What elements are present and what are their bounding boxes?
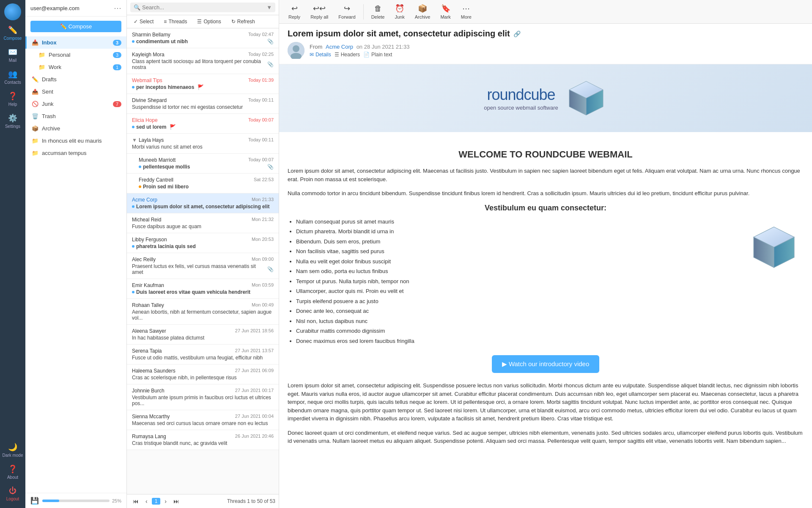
headers-icon: ☰ (335, 52, 339, 58)
email-list-item[interactable]: Webmail Tips Today 01:39 per inceptos hi… (127, 74, 279, 94)
sidebar-item-help[interactable]: ❓ Help (0, 88, 25, 110)
personal-badge: 3 (113, 52, 121, 58)
email-list-item[interactable]: Alec Reilly Mon 09:00 Praesent luctus ex… (127, 253, 279, 279)
email-list-item[interactable]: Sharmin Bellamy Today 02:47 condimentum … (127, 28, 279, 48)
folder-item-junk[interactable]: 🚫 Junk 7 (25, 98, 126, 110)
email-list-item[interactable]: Micheal Reid Mon 21:32 Fusce dapibus aug… (127, 213, 279, 233)
sidebar-item-contacts[interactable]: 👥 Contacts (0, 66, 25, 88)
archive-button[interactable]: 📦 Archive (411, 2, 435, 21)
mark-button[interactable]: 🔖 Mark (436, 2, 455, 21)
email-sender: Emir Kaufman (132, 282, 164, 288)
sidebar-item-about[interactable]: ❓ About (0, 461, 25, 483)
options-button[interactable]: ☰ Options (193, 17, 225, 26)
email-subject-text: Vestibulum ante ipsum primis in faucibus… (132, 395, 274, 406)
email-item-header: Divine Shepard Today 00:11 (132, 97, 274, 103)
email-list-item[interactable]: Haleema Saunders 27 Jun 2021 06:09 Cras … (127, 364, 279, 384)
folder-icon: 📁 (38, 52, 45, 58)
plaintext-tag[interactable]: 📄 Plain text (363, 52, 392, 58)
filter-icon[interactable]: ▼ (266, 4, 272, 11)
email-list-item[interactable]: Divine Shepard Today 00:11 Suspendisse i… (127, 94, 279, 114)
email-time: 27 Jun 2021 18:56 (235, 328, 274, 334)
email-item-header: Sharmin Bellamy Today 02:47 (132, 32, 274, 38)
search-input[interactable] (142, 4, 265, 11)
email-list-item[interactable]: Rohaan Talley Mon 00:49 Aenean lobortis,… (127, 299, 279, 325)
list-item: Bibendum. Duis sem eros, pretium (296, 237, 736, 246)
folder-item-archive[interactable]: 📦 Archive (25, 122, 126, 135)
folder-item-trash[interactable]: 🗑️ Trash (25, 110, 126, 122)
folder-item-drafts[interactable]: ✏️ Drafts (25, 73, 126, 86)
reply-button[interactable]: ↩ Reply (284, 2, 304, 21)
thread-collapse-icon[interactable]: ▼ (132, 137, 137, 143)
welcome-title: WELCOME TO ROUNDCUBE WEBMAIL (288, 149, 804, 160)
watch-video-button[interactable]: ▶ Watch our introductory video (492, 355, 600, 373)
email-item-header: Kayleigh Mora Today 02:25 (132, 52, 274, 58)
threads-icon: ≡ (164, 19, 167, 25)
sidebar-item-logout[interactable]: ⏻ Logout (0, 483, 25, 505)
email-list-item[interactable]: Emir Kaufman Mon 03:59 Duis laoreet eros… (127, 279, 279, 299)
email-item-header: Rumaysa Lang 26 Jun 2021 20:46 (132, 433, 274, 439)
email-list-item[interactable]: Kayleigh Mora Today 02:25 Class aptent t… (127, 48, 279, 74)
vestibulum-list: Nullam consequat purus sit amet maurisDi… (288, 218, 736, 347)
sidebar-item-darkmode[interactable]: 🌙 Dark mode (0, 439, 25, 461)
email-list-item[interactable]: Aleena Sawyer 27 Jun 2021 18:56 In hac h… (127, 325, 279, 345)
list-item: Donec ante leo, consequat ac (296, 307, 736, 315)
from-name[interactable]: Acme Corp (326, 44, 353, 50)
reply-all-icon: ↩↩ (313, 4, 326, 13)
body-para-2: Nulla commodo tortor in arcu tincidunt b… (288, 189, 804, 198)
email-subject: Aenean lobortis, nibh at fermentum conse… (132, 309, 274, 321)
compose-button[interactable]: ✏️ Compose (30, 21, 121, 32)
email-subject: Fusce dapibus augue ac quam (132, 224, 274, 229)
threads-button[interactable]: ≡ Threads (159, 17, 191, 26)
email-subject-text: Cras ac scelerisque nibh, in pellentesqu… (132, 375, 236, 381)
play-icon: ▶ (502, 360, 507, 367)
folder-item-sent[interactable]: 📤 Sent (25, 86, 126, 98)
unread-dot (132, 205, 134, 208)
reply-all-button[interactable]: ↩↩ Reply all (306, 2, 332, 21)
first-page-button[interactable]: ⏮ (130, 497, 141, 505)
email-list-item[interactable]: Libby Ferguson Mon 20:53 pharetra lacini… (127, 233, 279, 253)
email-time: Mon 03:59 (252, 282, 274, 288)
folder-item-inbox[interactable]: 📥 Inbox 3 (25, 36, 126, 49)
sidebar-item-compose[interactable]: ✏️ Compose (0, 22, 25, 44)
prev-page-button[interactable]: ‹ (143, 497, 150, 505)
folder-item-personal[interactable]: 📁 Personal 3 (25, 49, 126, 61)
refresh-button[interactable]: ↻ Refresh (227, 17, 259, 26)
delete-button[interactable]: 🗑 Delete (367, 3, 389, 21)
email-sender: Alec Reilly (132, 257, 156, 262)
email-list-item[interactable]: Johnnie Burch 27 Jun 2021 00:17 Vestibul… (127, 384, 279, 410)
select-button[interactable]: ✓ Select (129, 17, 158, 26)
folder-item-work[interactable]: 📁 Work 1 (25, 61, 126, 73)
email-list-item[interactable]: Freddy Cantrell Sat 22:53 Proin sed mi l… (127, 174, 279, 193)
email-time: Mon 21:32 (252, 217, 274, 223)
folder-menu-icon[interactable]: ⋯ (114, 3, 121, 13)
email-item-header: Sienna Mccarthy 27 Jun 2021 00:04 (132, 414, 274, 420)
last-page-button[interactable]: ⏭ (171, 497, 182, 505)
list-item: Nisl non, luctus dapibus nunc (296, 317, 736, 326)
email-sender: ▼Layla Hays (132, 137, 164, 143)
email-list-toolbar: 🔍 ▼ (127, 0, 279, 15)
email-subject: Morbi varius nunc sit amet eros (132, 144, 274, 150)
email-list-item[interactable]: Sienna Mccarthy 27 Jun 2021 00:04 Maecen… (127, 410, 279, 430)
sidebar-item-label: Mail (9, 58, 16, 63)
more-button[interactable]: ⋯ More (457, 2, 476, 21)
folder-item-accumsan[interactable]: 📁 accumsan tempus (25, 147, 126, 159)
email-sender: Haleema Saunders (132, 368, 176, 374)
email-list-item[interactable]: Serena Tapia 27 Jun 2021 13:57 Fusce ut … (127, 345, 279, 364)
inbox-icon: 📥 (32, 39, 38, 46)
forward-button[interactable]: ↪ Forward (334, 2, 359, 21)
details-tag[interactable]: ✉ Details (310, 52, 331, 58)
sidebar-item-settings[interactable]: ⚙️ Settings (0, 110, 25, 132)
junk-button[interactable]: ⏰ Junk (390, 2, 409, 21)
email-list-item[interactable]: Elicia Hope Today 00:07 sed ut lorem🚩 (127, 114, 279, 134)
email-list-item[interactable]: Acme Corp Mon 21:33 Lorem ipsum dolor si… (127, 193, 279, 213)
headers-tag[interactable]: ☰ Headers (335, 52, 360, 58)
next-page-button[interactable]: › (162, 497, 169, 505)
email-list-item[interactable]: Muneeb Marriott Today 00:07 pellentesque… (127, 154, 279, 174)
email-list-item[interactable]: ▼Layla Hays Today 00:11 Morbi varius nun… (127, 134, 279, 154)
folder-item-inrhoncus[interactable]: 📁 In rhoncus elit eu mauris (25, 135, 126, 147)
email-subject-text: In hac habitasse platea dictumst (132, 335, 204, 341)
email-list-item[interactable]: Rumaysa Lang 26 Jun 2021 20:46 Cras tris… (127, 430, 279, 450)
sidebar-item-mail[interactable]: ✉️ Mail (0, 44, 25, 66)
email-subject: condimentum ut nibh📎 (132, 39, 274, 44)
folder-icon: 📁 (32, 138, 38, 144)
